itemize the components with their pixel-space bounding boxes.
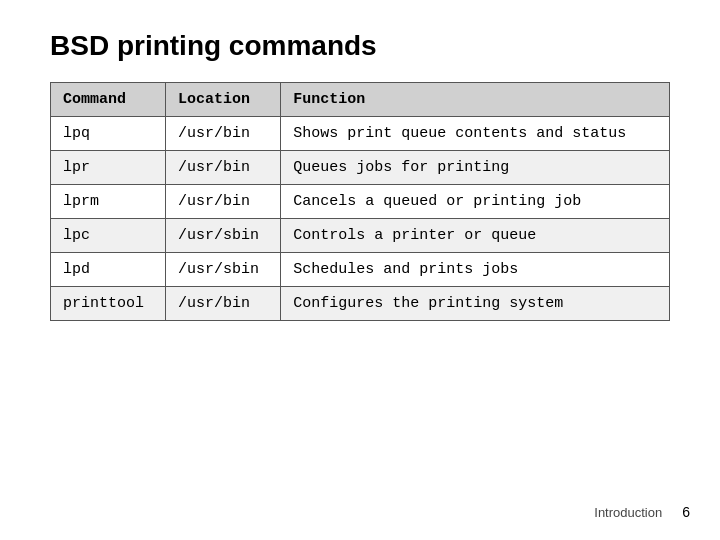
table-cell-5-0: printtool: [51, 287, 166, 321]
table-cell-0-1: /usr/bin: [166, 117, 281, 151]
footer-page-number: 6: [682, 504, 690, 520]
table-row: lpc/usr/sbinControls a printer or queue: [51, 219, 670, 253]
footer: Introduction 6: [594, 504, 690, 520]
table-row: lpd/usr/sbinSchedules and prints jobs: [51, 253, 670, 287]
footer-label: Introduction: [594, 505, 662, 520]
col-header-command: Command: [51, 83, 166, 117]
table-cell-4-1: /usr/sbin: [166, 253, 281, 287]
table-cell-2-0: lprm: [51, 185, 166, 219]
table-row: lpr/usr/binQueues jobs for printing: [51, 151, 670, 185]
page-title: BSD printing commands: [50, 30, 670, 62]
table-cell-0-0: lpq: [51, 117, 166, 151]
table-cell-4-0: lpd: [51, 253, 166, 287]
table-cell-3-2: Controls a printer or queue: [281, 219, 670, 253]
table-cell-4-2: Schedules and prints jobs: [281, 253, 670, 287]
table-row: lprm/usr/binCancels a queued or printing…: [51, 185, 670, 219]
table-row: lpq/usr/binShows print queue contents an…: [51, 117, 670, 151]
table-cell-3-1: /usr/sbin: [166, 219, 281, 253]
col-header-function: Function: [281, 83, 670, 117]
table-row: printtool/usr/binConfigures the printing…: [51, 287, 670, 321]
page: BSD printing commands Command Location F…: [0, 0, 720, 540]
table-cell-1-2: Queues jobs for printing: [281, 151, 670, 185]
table-header-row: Command Location Function: [51, 83, 670, 117]
table-cell-2-1: /usr/bin: [166, 185, 281, 219]
col-header-location: Location: [166, 83, 281, 117]
table-cell-3-0: lpc: [51, 219, 166, 253]
table-cell-5-1: /usr/bin: [166, 287, 281, 321]
table-cell-1-0: lpr: [51, 151, 166, 185]
commands-table: Command Location Function lpq/usr/binSho…: [50, 82, 670, 321]
table-cell-2-2: Cancels a queued or printing job: [281, 185, 670, 219]
table-cell-0-2: Shows print queue contents and status: [281, 117, 670, 151]
table-cell-5-2: Configures the printing system: [281, 287, 670, 321]
table-cell-1-1: /usr/bin: [166, 151, 281, 185]
